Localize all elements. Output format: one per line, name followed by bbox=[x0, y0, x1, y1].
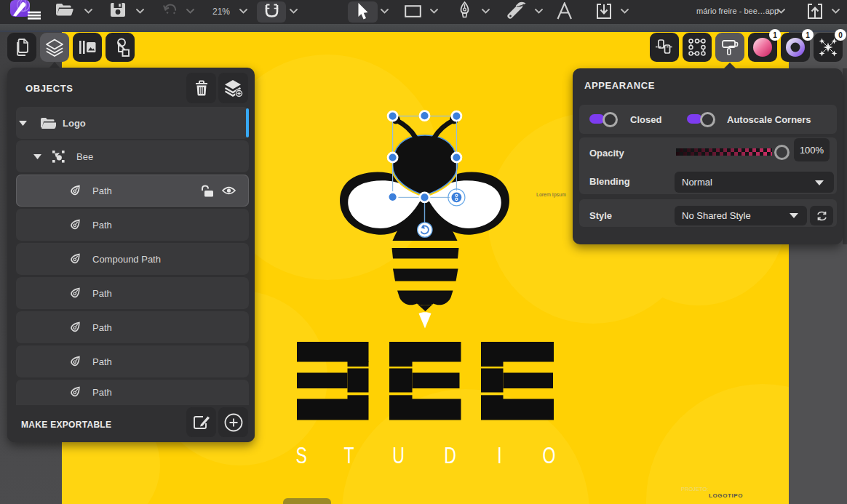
svg-text:Lorem Ipsum: Lorem Ipsum bbox=[536, 192, 566, 198]
svg-text:D: D bbox=[444, 442, 456, 468]
svg-text:U: U bbox=[392, 442, 405, 468]
svg-text:O: O bbox=[543, 442, 556, 468]
svg-text:T: T bbox=[344, 442, 354, 468]
svg-text:LOGOTIPO: LOGOTIPO bbox=[709, 492, 743, 499]
svg-text:I: I bbox=[497, 442, 501, 468]
svg-text:S: S bbox=[296, 442, 307, 468]
svg-text:PROJETO:: PROJETO: bbox=[681, 486, 708, 492]
